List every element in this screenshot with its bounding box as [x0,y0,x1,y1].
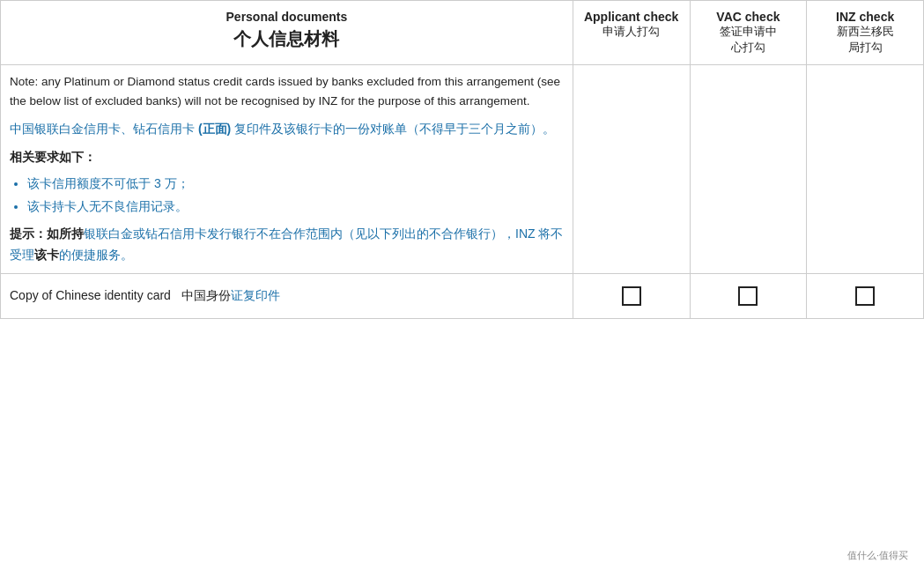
content-inz-cell [807,65,924,274]
bottom-docs-cell: Copy of Chinese identity card 中国身份证复印件 [1,273,573,318]
bottom-text-zh: 中国身份证复印件 [174,288,280,302]
requirements-list: 该卡信用额度不可低于 3 万； 该卡持卡人无不良信用记录。 [27,174,564,218]
content-applicant-cell [573,65,690,274]
bottom-inz-checkbox-cell [807,273,924,318]
header-applicant: Applicant check 申请人打勾 [573,1,690,65]
tip-text: 提示：如所持银联白金或钻石信用卡发行银行不在合作范围内（见以下列出的不合作银行）… [10,224,564,266]
vac-checkbox[interactable] [738,286,758,306]
inz-check-zh-2: 局打勾 [814,40,916,56]
bottom-row: Copy of Chinese identity card 中国身份证复印件 [1,273,924,318]
watermark: 值什么·值得买 [844,547,912,564]
docs-header-zh: 个人信息材料 [8,27,565,51]
header-vac: VAC check 签证申请中 心打勾 [690,1,807,65]
requirements-label: 相关要求如下： [10,147,564,168]
req-item-2: 该卡持卡人无不良信用记录。 [27,197,564,218]
main-table: Personal documents 个人信息材料 Applicant chec… [0,0,924,319]
docs-header-en: Personal documents [8,10,565,24]
applicant-check-zh: 申请人打勾 [580,24,683,40]
content-vac-cell [690,65,807,274]
header-docs: Personal documents 个人信息材料 [1,1,573,65]
zh-main: 中国银联白金信用卡、钻石信用卡 (正面) 复印件及该银行卡的一份对账单（不得早于… [10,119,564,140]
inz-checkbox[interactable] [855,286,875,306]
inz-check-en: INZ check [814,10,916,24]
applicant-checkbox[interactable] [622,286,641,306]
req-item-1: 该卡信用额度不可低于 3 万； [27,174,564,195]
header-inz: INZ check 新西兰移民 局打勾 [807,1,924,65]
bottom-text-en: Copy of Chinese identity card [10,288,171,302]
content-docs-cell: Note: any Platinum or Diamond status cre… [1,65,573,274]
applicant-check-en: Applicant check [580,10,683,24]
inz-check-zh-1: 新西兰移民 [814,24,916,40]
bottom-applicant-checkbox-cell [573,273,690,318]
content-row: Note: any Platinum or Diamond status cre… [1,65,924,274]
vac-check-zh-1: 签证申请中 [698,24,800,40]
bottom-vac-checkbox-cell [690,273,807,318]
note-en: Note: any Platinum or Diamond status cre… [10,72,564,110]
vac-check-zh-2: 心打勾 [698,40,800,56]
vac-check-en: VAC check [698,10,800,24]
